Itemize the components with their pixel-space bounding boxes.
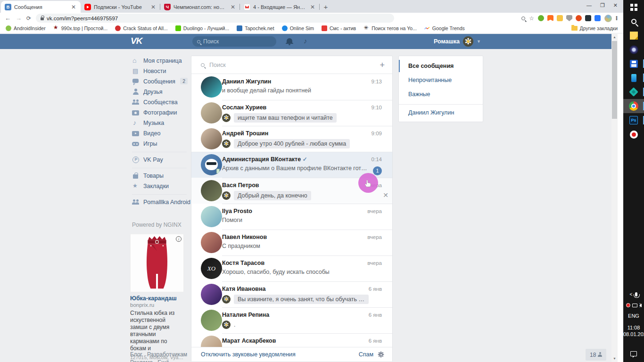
browser-tab[interactable]: Сообщения ✕ [1,1,81,13]
taskbar-button[interactable] [623,127,644,141]
gear-icon[interactable] [379,353,383,356]
profile-avatar-icon[interactable] [604,15,612,22]
maximize-button[interactable]: ❐ [600,2,605,8]
new-tab-button[interactable]: + [320,1,332,13]
footer-link[interactable]: Ещё [157,359,169,362]
reload-button[interactable]: ⟳ [26,15,31,22]
close-button[interactable]: ✕ [613,2,618,8]
sidebar-item[interactable]: Фотографии [132,107,187,118]
conversation-avatar[interactable] [201,284,222,305]
bookmark-item[interactable]: Crack Status of All... [115,25,168,31]
vk-user-menu[interactable]: Ромашка ✻ ▼ [434,36,481,47]
forward-button[interactable]: → [16,15,22,22]
browser-tab[interactable]: Подписки - YouTube ✕ [81,1,160,13]
online-friends-badge[interactable]: 18 [586,349,606,361]
bookmark-item[interactable]: Поиск тегов на Yo... [363,25,417,31]
taskbar-button[interactable] [623,85,644,99]
clock[interactable]: 11:08 08.01.2020 [623,324,644,337]
vk-global-search[interactable] [192,36,276,47]
network-monitor-icon[interactable] [632,304,637,307]
taskbar-button[interactable] [623,0,644,14]
sidebar-item[interactable]: Сообщества [132,97,187,107]
taskbar-button[interactable] [623,71,644,85]
ad-block[interactable]: i Юбка-карандаш bonprix.ru Стильна юбка … [130,234,184,360]
sidebar-item[interactable]: Закладки [132,181,187,191]
browser-tab[interactable]: Чемпионат.com: новости спорт ✕ [160,1,240,13]
page-scrollbar[interactable]: ▲ ▼ [611,34,618,362]
conversation-row[interactable]: Сослан Хуриев 9:10 ✻ ищите там ваш телеф… [191,100,392,126]
conversation-row[interactable]: Ilya Prosto вчера Помоги [191,204,392,230]
scroll-up-icon[interactable]: ▲ [611,34,618,41]
sidebar-item[interactable]: Друзья [132,87,187,97]
keyboard-language[interactable]: ENG [623,313,644,319]
taskbar-button[interactable] [623,57,644,71]
new-message-plus-icon[interactable]: + [380,60,385,70]
tab-close-icon[interactable]: ✕ [230,4,236,10]
sidebar-item[interactable]: Музыка [132,118,187,128]
footer-link[interactable]: Блог [130,351,142,358]
browser-menu-icon[interactable]: ••• [616,16,619,20]
conversation-row[interactable]: Даниил Жигулин 9:13 и вообще делай гайды… [191,74,392,100]
other-bookmarks[interactable]: Другие закладки [571,25,618,31]
sidebar-item[interactable]: Pomalllka Android [132,197,187,207]
recording-icon[interactable] [626,303,630,307]
ad-title-link[interactable]: Юбка-карандаш [130,295,184,302]
page-zoom-icon[interactable] [521,16,525,20]
bookmark-item[interactable]: AndroidInsider [6,25,46,31]
conversation-avatar[interactable] [201,154,222,175]
conversation-row[interactable]: Наталия Репина 6 янв ✻ . [191,307,392,333]
speaker-icon[interactable] [639,304,642,307]
filter-item[interactable]: Непрочитанные [399,73,483,87]
dialogs-search-input[interactable] [209,62,365,68]
filter-item[interactable]: Важные [399,87,483,101]
extension-icon[interactable] [547,15,553,21]
bookmark-star-icon[interactable]: ☆ [529,15,534,22]
bookmark-item[interactable]: Смс - актив [322,25,356,31]
ad-image[interactable]: i [130,234,184,292]
extension-icon[interactable] [566,15,572,21]
back-button[interactable]: ← [5,15,11,22]
bookmark-item[interactable]: Duolingo - Лучший... [175,25,229,31]
conversation-avatar[interactable] [201,102,222,123]
sidebar-item[interactable]: Моя страница [132,56,187,66]
conversation-row[interactable]: XO Костя Тарасов вчера Хорошо, спасибо, … [191,255,392,281]
extension-icon[interactable] [576,15,582,21]
browser-tab[interactable]: 4 - Входящие — Яндекс.Почта ✕ [240,1,320,13]
taskbar-button[interactable] [623,99,644,113]
conversation-avatar[interactable] [201,310,222,331]
tab-close-icon[interactable]: ✕ [70,4,77,10]
scrollbar-thumb[interactable] [612,41,617,119]
action-center[interactable] [623,351,644,356]
conversation-avatar[interactable] [201,128,222,149]
music-icon[interactable]: ♪ [304,37,307,45]
url-text[interactable]: vk.com/im?peers=446975597 [47,16,118,21]
notifications-bell-icon[interactable] [287,38,292,43]
extension-icon[interactable] [594,15,601,21]
sidebar-item[interactable]: VK Pay [132,155,187,165]
sidebar-item[interactable]: Видео [132,128,187,139]
taskbar-button[interactable] [623,113,644,127]
taskbar-button[interactable] [623,14,644,28]
bookmark-item[interactable]: 990x.top | Простой... [53,25,107,31]
sidebar-item[interactable]: Товары [132,171,187,181]
extension-icon[interactable] [538,15,544,21]
conversation-row[interactable]: Катя Ивановна 6 янв ✻ Вы извините, я оче… [191,281,392,307]
extension-icon[interactable] [585,15,591,21]
bookmark-item[interactable]: Google Trends [424,25,465,31]
minimize-button[interactable]: — [586,2,592,8]
bookmark-item[interactable]: Online Sim [282,25,314,31]
taskbar-button[interactable] [623,28,644,42]
sidebar-item[interactable]: Новости [132,66,187,76]
conversation-avatar[interactable] [201,232,222,253]
microphone-icon[interactable] [635,292,637,296]
vk-search-input[interactable] [203,38,264,45]
tab-close-icon[interactable]: ✕ [309,4,316,10]
omnibox[interactable]: vk.com/im?peers=446975597 [36,14,394,23]
conversation-avatar[interactable] [201,180,222,201]
vk-logo[interactable]: VK [131,36,142,46]
tray-expand-icon[interactable]: < [630,292,633,297]
filter-item[interactable]: Все сообщения [399,59,483,73]
footer-link[interactable]: Реклама [130,359,153,362]
sidebar-item[interactable]: Игры [132,139,187,149]
spam-link[interactable]: Спам [359,351,373,358]
